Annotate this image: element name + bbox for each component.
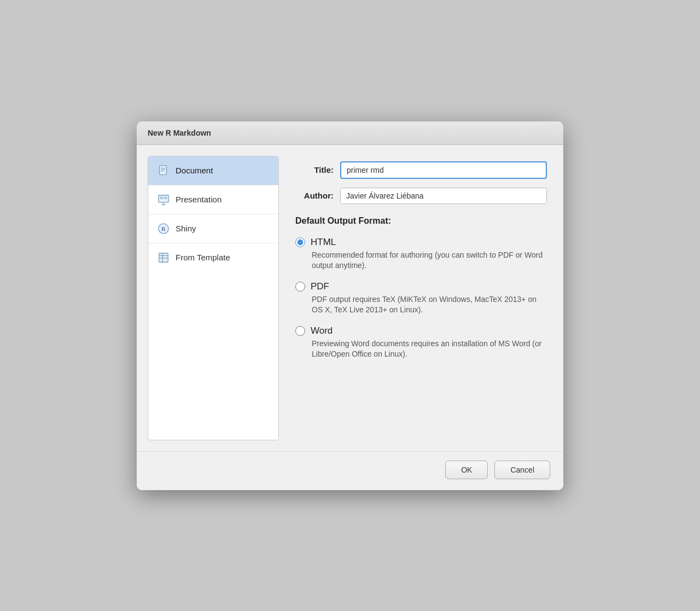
dialog-body: Document Presentation bbox=[137, 145, 563, 451]
svg-text:R: R bbox=[161, 225, 166, 231]
radio-pdf[interactable] bbox=[295, 282, 305, 292]
svg-rect-7 bbox=[160, 196, 164, 199]
radio-row-html: HTML bbox=[295, 237, 547, 248]
dialog-title: New R Markdown bbox=[148, 129, 211, 137]
radio-word-description: Previewing Word documents requires an in… bbox=[312, 339, 547, 360]
author-label: Author: bbox=[295, 191, 334, 200]
svg-rect-8 bbox=[164, 196, 167, 199]
title-input[interactable] bbox=[340, 161, 547, 179]
radio-option-word: Word Previewing Word documents requires … bbox=[295, 325, 547, 360]
author-input[interactable] bbox=[340, 188, 547, 204]
radio-html[interactable] bbox=[295, 237, 305, 247]
sidebar-item-from-template-label: From Template bbox=[176, 253, 230, 262]
sidebar-item-shiny-label: Shiny bbox=[176, 224, 196, 233]
main-content: Title: Author: Default Output Format: HT… bbox=[290, 156, 552, 440]
radio-option-html: HTML Recommended format for authoring (y… bbox=[295, 237, 547, 271]
radio-pdf-description: PDF output requires TeX (MiKTeX on Windo… bbox=[312, 294, 547, 316]
new-r-markdown-dialog: New R Markdown Document bbox=[137, 121, 563, 490]
radio-row-pdf: PDF bbox=[295, 281, 547, 292]
sidebar-item-presentation-label: Presentation bbox=[176, 195, 221, 204]
presentation-icon bbox=[157, 193, 170, 206]
radio-html-description: Recommended format for authoring (you ca… bbox=[312, 250, 547, 271]
title-label: Title: bbox=[295, 165, 334, 174]
sidebar: Document Presentation bbox=[148, 156, 279, 440]
title-row: Title: bbox=[295, 161, 547, 179]
output-format-radio-group: HTML Recommended format for authoring (y… bbox=[295, 237, 547, 360]
radio-pdf-label[interactable]: PDF bbox=[311, 281, 329, 292]
sidebar-item-from-template[interactable]: From Template bbox=[148, 243, 278, 272]
ok-button[interactable]: OK bbox=[445, 461, 488, 479]
author-row: Author: bbox=[295, 188, 547, 204]
radio-word-label[interactable]: Word bbox=[311, 325, 332, 336]
radio-word[interactable] bbox=[295, 326, 305, 336]
radio-html-label[interactable]: HTML bbox=[311, 237, 336, 248]
dialog-footer: OK Cancel bbox=[137, 451, 563, 490]
output-format-title: Default Output Format: bbox=[295, 216, 547, 226]
svg-rect-11 bbox=[159, 253, 168, 262]
svg-rect-0 bbox=[160, 165, 167, 174]
shiny-icon: R bbox=[157, 222, 170, 235]
cancel-button[interactable]: Cancel bbox=[494, 461, 550, 479]
document-icon bbox=[157, 164, 170, 177]
sidebar-item-presentation[interactable]: Presentation bbox=[148, 185, 278, 214]
sidebar-item-document[interactable]: Document bbox=[148, 156, 278, 185]
template-icon bbox=[157, 251, 170, 264]
sidebar-item-document-label: Document bbox=[176, 166, 213, 175]
sidebar-item-shiny[interactable]: R Shiny bbox=[148, 214, 278, 243]
radio-row-word: Word bbox=[295, 325, 547, 336]
dialog-titlebar: New R Markdown bbox=[137, 121, 563, 145]
radio-option-pdf: PDF PDF output requires TeX (MiKTeX on W… bbox=[295, 281, 547, 316]
